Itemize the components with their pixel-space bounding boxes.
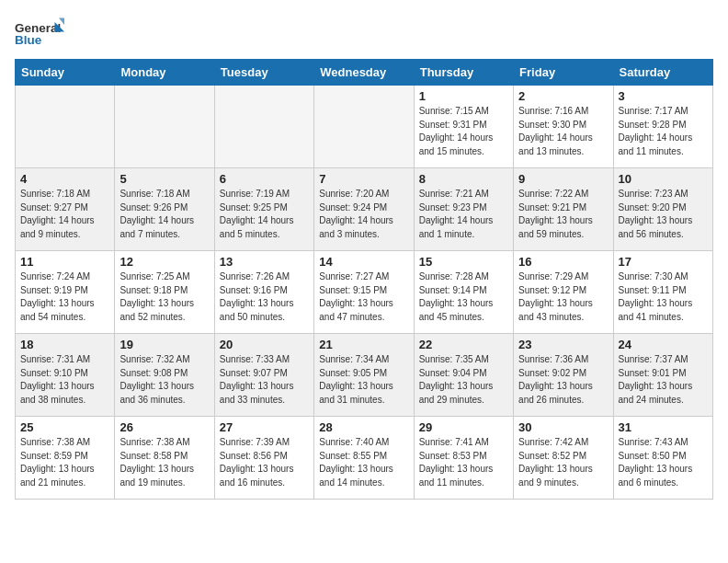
weekday-header-saturday: Saturday — [613, 60, 712, 86]
day-info: Sunrise: 7:43 AM Sunset: 8:50 PM Dayligh… — [619, 436, 708, 489]
calendar-cell: 5Sunrise: 7:18 AM Sunset: 9:26 PM Daylig… — [115, 168, 214, 251]
calendar-cell: 19Sunrise: 7:32 AM Sunset: 9:08 PM Dayli… — [115, 334, 214, 417]
day-number: 17 — [619, 255, 708, 269]
calendar-cell: 9Sunrise: 7:22 AM Sunset: 9:21 PM Daylig… — [514, 168, 613, 251]
weekday-header-wednesday: Wednesday — [314, 60, 414, 86]
calendar-cell — [314, 86, 414, 168]
day-info: Sunrise: 7:37 AM Sunset: 9:01 PM Dayligh… — [619, 353, 708, 407]
day-info: Sunrise: 7:31 AM Sunset: 9:10 PM Dayligh… — [20, 353, 109, 407]
calendar-cell: 2Sunrise: 7:16 AM Sunset: 9:30 PM Daylig… — [514, 86, 613, 168]
calendar-cell: 18Sunrise: 7:31 AM Sunset: 9:10 PM Dayli… — [16, 334, 115, 417]
calendar-week-row: 1Sunrise: 7:15 AM Sunset: 9:31 PM Daylig… — [16, 86, 713, 168]
day-number: 6 — [220, 172, 309, 186]
day-number: 7 — [319, 172, 408, 186]
day-number: 27 — [220, 420, 309, 434]
day-number: 20 — [220, 338, 309, 351]
calendar-table: SundayMondayTuesdayWednesdayThursdayFrid… — [15, 59, 713, 500]
day-info: Sunrise: 7:28 AM Sunset: 9:14 PM Dayligh… — [419, 270, 508, 324]
weekday-header-tuesday: Tuesday — [214, 60, 313, 86]
calendar-cell: 1Sunrise: 7:15 AM Sunset: 9:31 PM Daylig… — [414, 86, 513, 168]
calendar-cell: 30Sunrise: 7:42 AM Sunset: 8:52 PM Dayli… — [514, 417, 613, 500]
day-number: 21 — [319, 338, 408, 351]
calendar-cell: 21Sunrise: 7:34 AM Sunset: 9:05 PM Dayli… — [314, 334, 414, 417]
day-number: 23 — [518, 338, 608, 351]
calendar-cell — [16, 86, 115, 168]
calendar-cell: 17Sunrise: 7:30 AM Sunset: 9:11 PM Dayli… — [613, 251, 712, 334]
day-number: 2 — [518, 89, 608, 103]
day-info: Sunrise: 7:38 AM Sunset: 8:58 PM Dayligh… — [119, 436, 209, 489]
calendar-cell: 14Sunrise: 7:27 AM Sunset: 9:15 PM Dayli… — [314, 251, 414, 334]
day-number: 31 — [619, 420, 708, 434]
calendar-cell: 11Sunrise: 7:24 AM Sunset: 9:19 PM Dayli… — [16, 251, 115, 334]
day-number: 5 — [119, 172, 209, 186]
day-info: Sunrise: 7:29 AM Sunset: 9:12 PM Dayligh… — [518, 270, 608, 324]
calendar-cell: 26Sunrise: 7:38 AM Sunset: 8:58 PM Dayli… — [115, 417, 214, 500]
calendar-cell: 3Sunrise: 7:17 AM Sunset: 9:28 PM Daylig… — [613, 86, 712, 168]
day-number: 19 — [119, 338, 209, 351]
calendar-cell — [214, 86, 313, 168]
calendar-cell — [115, 86, 214, 168]
weekday-header-thursday: Thursday — [414, 60, 513, 86]
day-number: 30 — [518, 420, 608, 434]
calendar-cell: 8Sunrise: 7:21 AM Sunset: 9:23 PM Daylig… — [414, 168, 513, 251]
day-info: Sunrise: 7:17 AM Sunset: 9:28 PM Dayligh… — [619, 105, 708, 158]
day-info: Sunrise: 7:21 AM Sunset: 9:23 PM Dayligh… — [419, 188, 508, 241]
page-header: GeneralBlue — [15, 15, 713, 52]
weekday-header-sunday: Sunday — [16, 60, 115, 86]
calendar-week-row: 4Sunrise: 7:18 AM Sunset: 9:27 PM Daylig… — [16, 168, 713, 251]
day-info: Sunrise: 7:40 AM Sunset: 8:55 PM Dayligh… — [319, 436, 408, 489]
calendar-cell: 13Sunrise: 7:26 AM Sunset: 9:16 PM Dayli… — [214, 251, 313, 334]
day-info: Sunrise: 7:26 AM Sunset: 9:16 PM Dayligh… — [220, 270, 309, 324]
day-info: Sunrise: 7:30 AM Sunset: 9:11 PM Dayligh… — [619, 270, 708, 324]
day-number: 1 — [419, 89, 508, 103]
day-number: 9 — [518, 172, 608, 186]
day-info: Sunrise: 7:15 AM Sunset: 9:31 PM Dayligh… — [419, 105, 508, 158]
day-info: Sunrise: 7:19 AM Sunset: 9:25 PM Dayligh… — [220, 188, 309, 241]
day-info: Sunrise: 7:32 AM Sunset: 9:08 PM Dayligh… — [119, 353, 209, 407]
day-number: 8 — [419, 172, 508, 186]
day-info: Sunrise: 7:34 AM Sunset: 9:05 PM Dayligh… — [319, 353, 408, 407]
day-number: 12 — [119, 255, 209, 269]
day-number: 13 — [220, 255, 309, 269]
weekday-header-row: SundayMondayTuesdayWednesdayThursdayFrid… — [16, 60, 713, 86]
logo-icon: GeneralBlue — [15, 15, 70, 52]
weekday-header-friday: Friday — [514, 60, 613, 86]
calendar-cell: 28Sunrise: 7:40 AM Sunset: 8:55 PM Dayli… — [314, 417, 414, 500]
calendar-cell: 27Sunrise: 7:39 AM Sunset: 8:56 PM Dayli… — [214, 417, 313, 500]
day-info: Sunrise: 7:25 AM Sunset: 9:18 PM Dayligh… — [119, 270, 209, 324]
day-number: 16 — [518, 255, 608, 269]
calendar-week-row: 11Sunrise: 7:24 AM Sunset: 9:19 PM Dayli… — [16, 251, 713, 334]
calendar-week-row: 18Sunrise: 7:31 AM Sunset: 9:10 PM Dayli… — [16, 334, 713, 417]
day-info: Sunrise: 7:35 AM Sunset: 9:04 PM Dayligh… — [419, 353, 508, 407]
day-number: 10 — [619, 172, 708, 186]
calendar-cell: 10Sunrise: 7:23 AM Sunset: 9:20 PM Dayli… — [613, 168, 712, 251]
day-number: 3 — [619, 89, 708, 103]
day-info: Sunrise: 7:36 AM Sunset: 9:02 PM Dayligh… — [518, 353, 608, 407]
calendar-cell: 12Sunrise: 7:25 AM Sunset: 9:18 PM Dayli… — [115, 251, 214, 334]
calendar-week-row: 25Sunrise: 7:38 AM Sunset: 8:59 PM Dayli… — [16, 417, 713, 500]
day-number: 15 — [419, 255, 508, 269]
calendar-cell: 29Sunrise: 7:41 AM Sunset: 8:53 PM Dayli… — [414, 417, 513, 500]
day-number: 4 — [20, 172, 109, 186]
calendar-cell: 15Sunrise: 7:28 AM Sunset: 9:14 PM Dayli… — [414, 251, 513, 334]
day-info: Sunrise: 7:23 AM Sunset: 9:20 PM Dayligh… — [619, 188, 708, 241]
calendar-cell: 16Sunrise: 7:29 AM Sunset: 9:12 PM Dayli… — [514, 251, 613, 334]
calendar-cell: 22Sunrise: 7:35 AM Sunset: 9:04 PM Dayli… — [414, 334, 513, 417]
calendar-cell: 4Sunrise: 7:18 AM Sunset: 9:27 PM Daylig… — [16, 168, 115, 251]
day-info: Sunrise: 7:24 AM Sunset: 9:19 PM Dayligh… — [20, 270, 109, 324]
logo: GeneralBlue — [15, 15, 70, 52]
calendar-cell: 31Sunrise: 7:43 AM Sunset: 8:50 PM Dayli… — [613, 417, 712, 500]
day-info: Sunrise: 7:33 AM Sunset: 9:07 PM Dayligh… — [220, 353, 309, 407]
calendar-cell: 6Sunrise: 7:19 AM Sunset: 9:25 PM Daylig… — [214, 168, 313, 251]
calendar-cell: 24Sunrise: 7:37 AM Sunset: 9:01 PM Dayli… — [613, 334, 712, 417]
day-info: Sunrise: 7:18 AM Sunset: 9:26 PM Dayligh… — [119, 188, 209, 241]
day-info: Sunrise: 7:39 AM Sunset: 8:56 PM Dayligh… — [220, 436, 309, 489]
day-number: 29 — [419, 420, 508, 434]
calendar-cell: 25Sunrise: 7:38 AM Sunset: 8:59 PM Dayli… — [16, 417, 115, 500]
day-info: Sunrise: 7:16 AM Sunset: 9:30 PM Dayligh… — [518, 105, 608, 158]
day-number: 28 — [319, 420, 408, 434]
calendar-cell: 20Sunrise: 7:33 AM Sunset: 9:07 PM Dayli… — [214, 334, 313, 417]
calendar-cell: 7Sunrise: 7:20 AM Sunset: 9:24 PM Daylig… — [314, 168, 414, 251]
day-number: 18 — [20, 338, 109, 351]
svg-text:General: General — [15, 21, 61, 35]
